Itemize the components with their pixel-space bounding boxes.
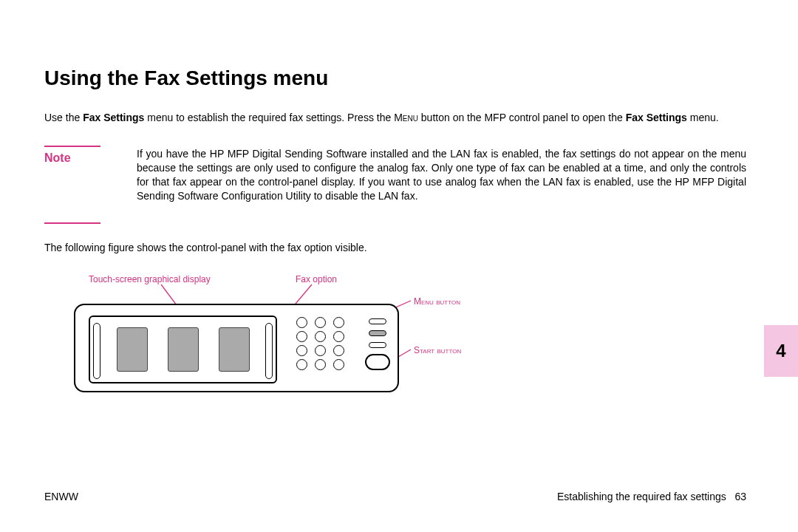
right-button-column bbox=[362, 318, 393, 383]
softkey-3-fax bbox=[219, 327, 250, 372]
footer-section-title: Establishing the required fax settings bbox=[557, 491, 726, 502]
callout-menu-button: Menu button bbox=[414, 296, 460, 307]
intro-t1: Use the bbox=[44, 112, 83, 123]
footer-left: ENWW bbox=[44, 491, 78, 502]
screen-bezel-right bbox=[265, 323, 273, 379]
note-label: Note bbox=[44, 147, 137, 169]
figure-intro: The following figure shows the control-p… bbox=[44, 242, 746, 253]
callout-start-button: Start button bbox=[414, 345, 461, 355]
note-left: Note bbox=[44, 146, 137, 224]
softkey-1 bbox=[117, 327, 148, 372]
control-panel-body bbox=[74, 304, 399, 392]
intro-t4: menu. bbox=[687, 112, 719, 123]
status-button-icon bbox=[369, 330, 386, 336]
intro-paragraph: Use the Fax Settings menu to establish t… bbox=[44, 111, 746, 125]
note-block: Note If you have the HP MFP Digital Send… bbox=[44, 146, 746, 224]
intro-menu-sc: Menu bbox=[394, 112, 418, 123]
page-heading: Using the Fax Settings menu bbox=[44, 66, 746, 90]
footer-right: Establishing the required fax settings 6… bbox=[557, 491, 746, 502]
screen-bezel-left bbox=[93, 323, 100, 379]
page-footer: ENWW Establishing the required fax setti… bbox=[44, 491, 746, 502]
chapter-tab: 4 bbox=[764, 325, 798, 377]
callout-fax-option: Fax option bbox=[296, 274, 337, 284]
control-panel-figure: Touch-screen graphical display Fax optio… bbox=[74, 274, 606, 415]
softkey-2 bbox=[168, 327, 199, 372]
touchscreen-display bbox=[89, 316, 277, 383]
page: Using the Fax Settings menu Use the Fax … bbox=[0, 0, 798, 532]
footer-page-number: 63 bbox=[734, 491, 746, 502]
stop-button-icon bbox=[369, 342, 386, 348]
intro-b1: Fax Settings bbox=[83, 112, 144, 123]
callout-touchscreen: Touch-screen graphical display bbox=[89, 274, 211, 284]
intro-b2: Fax Settings bbox=[626, 112, 687, 123]
numeric-keypad bbox=[286, 317, 354, 383]
intro-t3: button on the MFP control panel to open … bbox=[418, 112, 626, 123]
note-rule-bottom bbox=[44, 222, 100, 224]
start-button-icon bbox=[365, 354, 390, 370]
intro-t2: menu to establish the required fax setti… bbox=[144, 112, 394, 123]
menu-button-icon bbox=[369, 318, 386, 324]
note-body: If you have the HP MFP Digital Sending S… bbox=[137, 146, 746, 224]
